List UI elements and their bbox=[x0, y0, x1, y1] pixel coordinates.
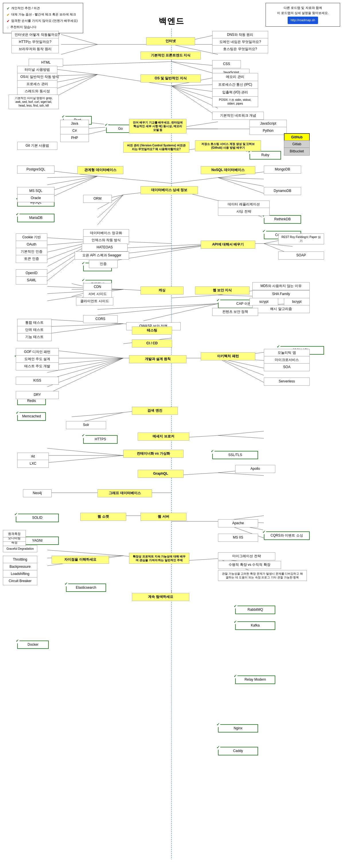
web-security-node: 웹 보안 지식 bbox=[195, 286, 250, 294]
unit-test-node: 단위 테스트 bbox=[17, 326, 52, 334]
relay-node: ✔ Relay Modern bbox=[235, 676, 275, 684]
legend-text-3: 엄격한 순서를 가지지 않아요 (언젠가 배우세요) bbox=[11, 18, 78, 24]
svg-line-114 bbox=[218, 431, 264, 435]
basic-auth-node: 기본적인 인증 bbox=[16, 248, 47, 256]
svg-line-39 bbox=[47, 176, 97, 185]
telemetry-node: 원격측정 bbox=[3, 530, 26, 537]
svg-line-45 bbox=[218, 178, 264, 186]
svg-line-21 bbox=[171, 86, 218, 100]
os-node: OS 및 일반적인 지식 bbox=[141, 74, 201, 83]
scalability-node: 확장성 프로덕트 지속 가능성에 대해 배우며 관심을 가져야 하는 일반적인 … bbox=[129, 553, 189, 564]
svg-line-38 bbox=[47, 176, 97, 178]
cqrs-node: ✔ CQRS와 이벤트 소싱 bbox=[264, 531, 310, 540]
svg-line-19 bbox=[171, 85, 218, 86]
apache-node: Apache bbox=[218, 519, 258, 527]
nginx-node: ✔ Nginx bbox=[218, 724, 258, 733]
throttling-node: Throttling bbox=[3, 556, 37, 564]
scrypt-node: scrypt bbox=[250, 298, 278, 306]
nosql-node: NoSQL 데이터베이스 bbox=[201, 166, 255, 174]
svg-line-86 bbox=[97, 304, 218, 309]
svg-line-40 bbox=[47, 176, 97, 192]
bcrypt-node: bcrypt bbox=[284, 298, 310, 306]
domain-driven-node: 도메인 주도 설계 bbox=[16, 355, 59, 363]
info-box: 다른 로드맵 및 자료와 함께 이 로드맵의 상세 설명을 찾아보세요. htt… bbox=[265, 3, 340, 27]
http-node: HTTP는 무엇일까요? bbox=[11, 38, 59, 46]
legend-box: ✔ 개인적인 추천 / 의견 ✔ 대체 가능 옵션 - 빨간색 체크 혹은 보라… bbox=[3, 3, 83, 33]
sharding-node: 샤딩 전략 bbox=[218, 208, 269, 216]
circuit-node: Circuit Breaker bbox=[3, 577, 37, 585]
continue-node[interactable]: 계속 탐색하세요 bbox=[132, 593, 189, 601]
db-detail-node: 데이터베이스 상세 정보 bbox=[141, 186, 198, 194]
how-internet-node: 인터넷은 어떻게 작동될까요? bbox=[11, 31, 59, 39]
os-works-node: OS의 일반적인 작동 방식 bbox=[17, 73, 57, 81]
docker-node: ✔ Docker bbox=[17, 641, 49, 649]
memory-node: 메모리 관리 bbox=[212, 73, 258, 81]
dry-node: DRY bbox=[16, 391, 59, 399]
observability-node: 관찰 가능성을 고려한 확장 문제가 발생시 문제를 디버깅하고 해결하는 데 … bbox=[218, 570, 307, 581]
hosting-node: 호스팅은 무엇일까요? bbox=[212, 45, 268, 53]
svg-line-44 bbox=[218, 178, 264, 179]
rethinkdb-node: ✔ RethinkDB bbox=[264, 215, 301, 224]
php-node: PHP bbox=[60, 134, 89, 142]
svg-line-117 bbox=[47, 448, 123, 456]
domain-node: 도메인 네임은 무엇일까요? bbox=[212, 38, 268, 46]
message-broker-node: 메세지 브로커 bbox=[138, 433, 189, 441]
search-engine-node: 검색 엔진 bbox=[132, 407, 178, 415]
data-replication-node: 데이터 레플리케이션 bbox=[218, 200, 269, 209]
ruby-node: ✔ Ruby bbox=[250, 151, 281, 160]
svg-line-36 bbox=[97, 176, 171, 183]
io-node: 입출력 (I/O) 관리 bbox=[212, 89, 258, 97]
terminal-node: 터미널 사용방법 bbox=[17, 66, 57, 74]
main-title: 백엔드 bbox=[159, 16, 184, 27]
graceful-node: Graceful Degradation bbox=[3, 545, 37, 552]
svg-line-122 bbox=[218, 473, 264, 475]
frontend-node: 기본적인 프론트엔드 지식 bbox=[141, 52, 201, 60]
func-test-node: 기능 테스트 bbox=[17, 333, 52, 341]
apollo-node: Apollo bbox=[235, 465, 275, 473]
rel-db-node: 관계형 데이터베이스 bbox=[78, 166, 123, 174]
serverless-node: Serverless bbox=[264, 378, 310, 385]
browser-node: 브라우저와 동작 원리 bbox=[11, 45, 59, 53]
svg-line-20 bbox=[171, 86, 218, 92]
terminal-cmds-node: 기본적인 터미널 명령어 grep, awk, sed, lsof, curl,… bbox=[9, 95, 59, 109]
svg-line-23 bbox=[171, 86, 218, 117]
open-api-node: 오픈 API 스펙과 Swagger bbox=[75, 251, 129, 259]
svg-line-9 bbox=[171, 62, 218, 66]
sha-node: SHA Family bbox=[252, 290, 310, 298]
info-link[interactable]: http://roadmap.sh bbox=[288, 17, 318, 24]
https-node: ✔ HTTPS bbox=[83, 435, 118, 444]
saml-node: SAML bbox=[16, 276, 47, 284]
svg-line-42 bbox=[171, 178, 218, 183]
ssl-tls-node: ✔ SSL/TLS bbox=[212, 451, 258, 460]
graph-db-node: 그래프 데이터베이스 bbox=[97, 489, 152, 497]
client-side-node: 클라이언트 사이드 bbox=[76, 297, 113, 305]
svg-line-109 bbox=[218, 358, 264, 382]
process-node: 프로세스 관리 bbox=[17, 80, 57, 88]
storage-node: 저장소 호스팅 서비스 계정 생성 및 깃허브 (Github) 사용 방법 배… bbox=[195, 141, 261, 151]
caddy-node: ✔ Caddy bbox=[218, 747, 258, 755]
server-side-node: 서버 사이드 bbox=[83, 290, 112, 298]
orm-node: ORM bbox=[83, 195, 112, 203]
memcached-node: ✔ Memcached bbox=[17, 412, 46, 421]
graphql-node: GraphQL bbox=[138, 470, 183, 478]
web-server-node: 웹 서버 bbox=[141, 513, 187, 521]
svg-line-13 bbox=[52, 69, 97, 74]
api-node: API에 대해서 배우기 bbox=[201, 241, 255, 249]
python-node: Python bbox=[250, 127, 287, 135]
hash-algo-node: 해시 알고리즘 bbox=[252, 305, 310, 313]
kiss-node: KISS bbox=[16, 377, 59, 385]
svg-line-22 bbox=[171, 86, 218, 108]
cookie-node: Cookie 기반 bbox=[16, 234, 47, 242]
svg-line-4 bbox=[61, 44, 97, 55]
neo4j-node: Neo4j bbox=[23, 489, 52, 497]
rabbitmq-node: ✔ RabbitMQ bbox=[235, 606, 275, 614]
ms-iis-node: MS IIS bbox=[218, 534, 258, 542]
postgres-node: PostgreSQL bbox=[17, 165, 55, 174]
thread-node: 스레드와 동시성 bbox=[17, 87, 57, 95]
mssql-node: MS SQL bbox=[17, 187, 55, 195]
websocket-node: 웹 소켓 bbox=[80, 513, 126, 521]
legend-icon-3: ✔ bbox=[7, 18, 10, 24]
info-text: 다른 로드맵 및 자료와 함께 이 로드맵의 상세 설명을 찾아보세요. bbox=[269, 5, 336, 16]
db-normalize-node: 데이터베이스 정규화 bbox=[83, 229, 129, 237]
csharp-node: C# bbox=[60, 127, 89, 135]
